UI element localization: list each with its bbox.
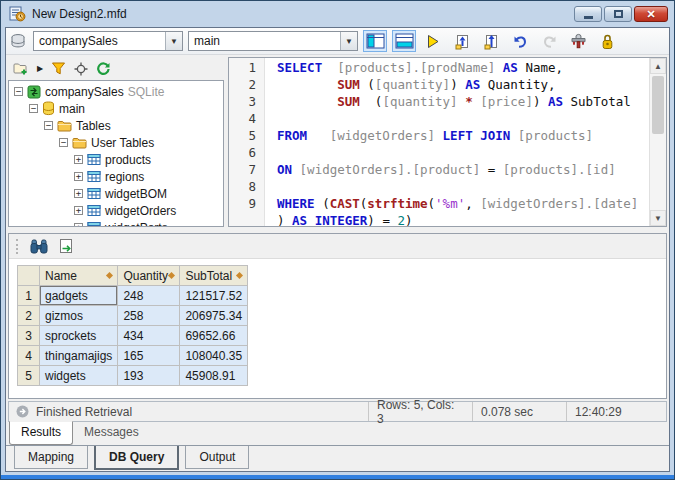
grid-cell[interactable]: 193 [118,366,180,386]
grid-cell[interactable]: 45908.91 [180,366,248,386]
close-button[interactable]: ✕ [634,6,668,22]
grid-cell[interactable]: thingamajigs [40,346,118,366]
export-result-icon[interactable] [58,238,74,254]
window-title: New Design2.mfd [32,7,568,21]
line-numbers: 123456789 10 [229,58,265,226]
scrollbar-thumb[interactable] [652,76,664,134]
tab-messages[interactable]: Messages [73,422,150,445]
datasource-combo[interactable]: companySales ▼ [33,31,183,51]
grid-header-subtotal[interactable]: SubTotal [180,266,248,286]
line-number: 4 [229,110,256,127]
collapse-icon[interactable]: − [14,87,23,96]
editor-scrollbar[interactable]: ▲ ▼ [649,58,666,226]
grid-cell[interactable]: sprockets [40,326,118,346]
sql-editor[interactable]: 123456789 10 SELECT [products].[prodName… [228,57,667,227]
maximize-button[interactable] [604,6,632,22]
redo-button[interactable] [537,30,561,52]
grid-cell[interactable]: 206975.34 [180,306,248,326]
tree-item-user-tables[interactable]: −User Tables [9,134,223,151]
grid-cell[interactable]: 108040.35 [180,346,248,366]
code-token [307,128,330,143]
collapse-icon[interactable]: − [59,138,68,147]
query-settings-button[interactable] [566,30,590,52]
line-number: 7 [229,161,256,178]
import-sql-file-button[interactable] [450,30,474,52]
collapse-icon[interactable]: − [44,121,53,130]
code-token: AS [465,77,480,92]
show-browser-toggle[interactable] [363,30,387,52]
row-number-cell[interactable]: 2 [18,306,40,326]
window-content: companySales ▼ main ▼ [5,27,670,472]
locate-icon[interactable] [74,62,88,76]
table-row: 3sprockets43469652.66 [18,326,248,346]
tab-results[interactable]: Results [9,421,73,445]
code-token: ( [428,196,436,211]
row-number-cell[interactable]: 1 [18,286,40,306]
add-datasource-icon[interactable] [13,61,29,76]
filter-icon[interactable] [51,62,66,75]
grid-corner-cell[interactable] [18,266,40,286]
dropdown-arrow-icon[interactable]: ▶ [37,64,43,73]
chevron-down-icon[interactable]: ▼ [165,32,182,50]
row-number-cell[interactable]: 4 [18,346,40,366]
grid-header-quantity[interactable]: Quantity [118,266,180,286]
grid-cell[interactable]: 121517.52 [180,286,248,306]
grid-cell[interactable]: gizmos [40,306,118,326]
tree-item-widgetorders[interactable]: +widgetOrders [9,202,223,219]
tab-mapping[interactable]: Mapping [14,446,88,469]
grid-cell[interactable]: 165 [118,346,180,366]
row-number-cell[interactable]: 3 [18,326,40,346]
undo-button[interactable] [508,30,532,52]
row-number-cell[interactable]: 5 [18,366,40,386]
sql-code[interactable]: SELECT [products].[prodName] AS Name, SU… [265,58,649,226]
tree-item-tables[interactable]: −Tables [9,117,223,134]
code-token: Name, [518,60,563,75]
code-token: ( [315,196,330,211]
show-results-toggle[interactable] [392,30,416,52]
sort-diamond-icon[interactable] [106,272,113,279]
expand-icon[interactable]: + [74,206,83,215]
scroll-down-icon[interactable]: ▼ [650,210,666,226]
grid-cell[interactable]: gadgets [40,286,118,306]
code-token: , [465,196,480,211]
minimize-button[interactable] [574,6,602,22]
grid-body: 1gadgets248121517.522gizmos258206975.343… [18,286,248,386]
code-token: [widgetOrders].[date] [480,196,638,211]
refresh-icon[interactable] [96,62,111,76]
run-query-button[interactable] [421,30,445,52]
tree-item-label: widgetBOM [105,187,167,201]
grid-cell[interactable]: 434 [118,326,180,346]
collapse-icon[interactable]: − [29,104,38,113]
grid-cell[interactable]: 248 [118,286,180,306]
expand-icon[interactable]: + [74,155,83,164]
sort-diamond-icon[interactable] [236,272,243,279]
scroll-up-icon[interactable]: ▲ [650,58,666,74]
tab-output[interactable]: Output [185,446,249,469]
expand-icon[interactable]: + [74,189,83,198]
find-icon[interactable] [30,239,48,254]
code-token [292,162,300,177]
grid-cell[interactable]: 258 [118,306,180,326]
tree-item-widgetbom[interactable]: +widgetBOM [9,185,223,202]
sort-diamond-icon[interactable] [168,272,175,279]
tree-item-widgetparts[interactable]: +widgetParts [9,219,223,227]
code-line: WHERE (CAST(strftime('%m', [widgetOrders… [277,195,649,212]
tree-item-companysales[interactable]: −companySalesSQLite [9,83,223,100]
tree-item-main[interactable]: −main [9,100,223,117]
grid-header-name[interactable]: Name [40,266,118,286]
code-token: FROM [277,128,307,143]
grid-header-label-wrap: SubTotal [185,269,242,283]
keep-connection-lock-button[interactable] [595,30,619,52]
grid-cell[interactable]: widgets [40,366,118,386]
expand-icon[interactable]: + [74,223,83,227]
expand-icon[interactable]: + [74,172,83,181]
table-icon [87,204,101,217]
tree-item-products[interactable]: +products [9,151,223,168]
tab-db-query[interactable]: DB Query [94,446,179,470]
chevron-down-icon[interactable]: ▼ [340,32,357,50]
export-sql-file-button[interactable] [479,30,503,52]
statement-combo[interactable]: main ▼ [188,31,358,51]
toolbar-grip[interactable] [16,239,18,254]
grid-cell[interactable]: 69652.66 [180,326,248,346]
tree-item-regions[interactable]: +regions [9,168,223,185]
